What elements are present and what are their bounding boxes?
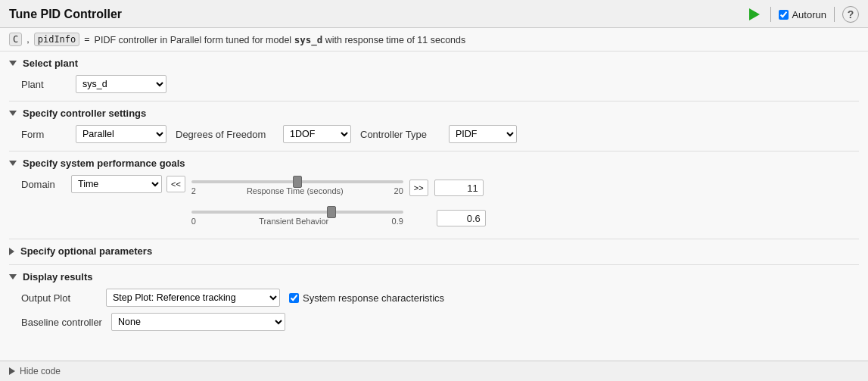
plant-row: Plant sys_d [21,75,859,93]
sliders-area: 2 Response Time (seconds) 20 >> 11 [191,175,859,231]
transient-ticks: 0 Transient Behavior 0.9 [191,217,403,226]
response-time-ticks: 2 Response Time (seconds) 20 [191,186,403,195]
form-select[interactable]: Parallel Ideal [76,125,166,143]
optional-params-label: Specify optional parameters [20,245,152,257]
header-controls: Autorun ? [746,6,859,23]
section-performance-goals: Specify system performance goals Domain … [9,151,859,231]
main-content: Select plant Plant sys_d Specify control… [0,52,868,361]
type-select[interactable]: PIDF PID PI PD P [449,125,517,143]
select-plant-header[interactable]: Select plant [9,58,859,69]
domain-controls: Domain Time Frequency << [21,175,185,193]
transient-row: 0 Transient Behavior 0.9 0.6 [191,205,859,231]
run-icon [749,8,760,20]
info-description: PIDF controller in Parallel form tuned f… [95,34,466,45]
footer-toggle-icon [9,367,15,375]
dof-select[interactable]: 1DOF 2DOF [283,125,351,143]
sys-response-checkbox-label[interactable]: System response characteristics [289,292,444,304]
expand-optional-icon [9,248,14,255]
baseline-select[interactable]: None [111,313,285,331]
output-plot-row: Output Plot Step Plot: Reference trackin… [21,289,859,307]
collapse-results-icon [9,274,17,280]
info-bar: C , pidInfo = PIDF controller in Paralle… [0,28,868,52]
optional-params-header[interactable]: Specify optional parameters [9,245,859,257]
response-time-value: 11 [434,180,484,196]
sys-response-checkbox[interactable] [289,293,299,303]
plant-label: Plant [21,79,67,90]
baseline-row: Baseline controller None [21,313,859,331]
arrow-right-btn[interactable]: >> [409,180,428,196]
controller-form-row: Form Parallel Ideal Degrees of Freedom 1… [21,125,859,143]
controller-settings-label: Specify controller settings [23,108,146,119]
pidinfo-badge: pidInfo [34,33,80,46]
app-container: Tune PID Controller Autorun ? C , pidInf… [0,0,868,381]
help-button[interactable]: ? [842,6,859,23]
footer-label: Hide code [20,366,61,376]
plant-select[interactable]: sys_d [76,75,166,93]
response-time-row: 2 Response Time (seconds) 20 >> 11 [191,175,859,201]
arrow-left-btn[interactable]: << [166,176,185,192]
collapse-controller-icon [9,111,17,116]
select-plant-content: Plant sys_d [9,75,859,93]
domain-row: Domain Time Frequency << [21,175,859,231]
section-optional-params: Specify optional parameters [9,239,859,257]
performance-goals-content: Domain Time Frequency << [9,175,859,231]
type-label: Controller Type [360,129,440,140]
display-results-content: Output Plot Step Plot: Reference trackin… [9,289,859,331]
output-plot-label: Output Plot [21,292,97,304]
autorun-label: Autorun [792,9,826,20]
comma: , [26,34,29,45]
app-title: Tune PID Controller [9,8,122,21]
autorun-toggle[interactable]: Autorun [779,9,826,20]
equals: = [84,34,89,45]
response-time-slider[interactable] [191,180,403,183]
display-results-header[interactable]: Display results [9,271,859,283]
collapse-plant-icon [9,61,17,66]
performance-goals-label: Specify system performance goals [23,158,185,169]
sys-response-label: System response characteristics [303,292,444,304]
divider2 [834,7,835,22]
autorun-checkbox[interactable] [779,10,789,20]
domain-select[interactable]: Time Frequency [71,175,162,193]
baseline-label: Baseline controller [21,317,102,328]
display-results-label: Display results [23,271,93,283]
section-controller-settings: Specify controller settings Form Paralle… [9,101,859,143]
domain-label: Domain [21,179,67,190]
form-label: Form [21,129,67,140]
section-display-results: Display results Output Plot Step Plot: R… [9,264,859,331]
controller-settings-content: Form Parallel Ideal Degrees of Freedom 1… [9,125,859,143]
c-badge: C [9,33,22,46]
footer[interactable]: Hide code [0,361,868,381]
transient-slider[interactable] [191,211,403,214]
collapse-perf-icon [9,161,17,166]
transient-value: 0.6 [437,210,486,226]
select-plant-label: Select plant [23,58,78,69]
header: Tune PID Controller Autorun ? [0,0,868,28]
section-select-plant: Select plant Plant sys_d [9,58,859,93]
run-button[interactable] [746,7,763,22]
divider [770,7,771,22]
dof-label: Degrees of Freedom [176,129,274,140]
output-plot-select[interactable]: Step Plot: Reference tracking Step Plot:… [106,289,280,307]
response-time-slider-container: 2 Response Time (seconds) 20 [191,175,403,201]
performance-goals-header[interactable]: Specify system performance goals [9,158,859,169]
transient-slider-container: 0 Transient Behavior 0.9 [191,205,403,231]
controller-settings-header[interactable]: Specify controller settings [9,108,859,119]
